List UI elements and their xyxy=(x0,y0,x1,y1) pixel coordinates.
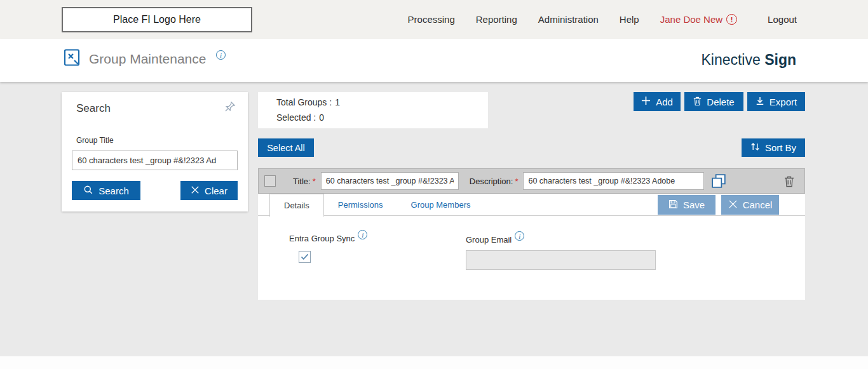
footer-strip xyxy=(0,356,868,369)
plus-icon xyxy=(641,96,651,107)
add-button[interactable]: Add xyxy=(634,92,681,111)
search-icon xyxy=(83,185,93,197)
brand-second: Sign xyxy=(764,51,796,68)
pin-icon[interactable] xyxy=(224,100,236,116)
selected-line: Selected : 0 xyxy=(276,112,324,123)
nav-processing[interactable]: Processing xyxy=(408,14,455,25)
top-nav: Processing Reporting Administration Help… xyxy=(408,0,797,39)
select-all-button-label: Select All xyxy=(267,143,305,153)
trash-icon xyxy=(693,96,702,108)
sort-by-button-label: Sort By xyxy=(765,142,796,153)
nav-help[interactable]: Help xyxy=(620,14,639,25)
cancel-x-icon xyxy=(728,199,738,211)
delete-button[interactable]: Delete xyxy=(684,92,743,111)
page: Place FI Logo Here Processing Reporting … xyxy=(0,0,868,369)
select-all-button[interactable]: Select All xyxy=(258,138,314,157)
search-button[interactable]: Search xyxy=(72,181,140,200)
search-panel-title: Search xyxy=(76,102,111,115)
tab-details[interactable]: Details xyxy=(269,194,324,217)
page-title: Group Maintenance xyxy=(89,51,206,67)
search-button-label: Search xyxy=(98,185,129,196)
cancel-button-label: Cancel xyxy=(743,199,773,210)
total-groups-line: Total Groups : 1 xyxy=(276,97,340,107)
check-icon xyxy=(301,252,309,263)
group-title-label: Group Title xyxy=(76,136,114,145)
summary-card: Total Groups : 1 Selected : 0 xyxy=(258,92,488,128)
search-panel: Search Group Title Search Clear xyxy=(62,92,248,211)
brand-logo: Kinective Sign xyxy=(701,51,796,69)
nav-administration[interactable]: Administration xyxy=(538,14,599,25)
total-groups-value: 1 xyxy=(335,97,340,107)
nav-logout[interactable]: Logout xyxy=(768,14,797,25)
title-input[interactable] xyxy=(321,172,459,190)
group-edit-card: Title:* Description:* Details Permission… xyxy=(258,168,805,300)
group-row: Title:* Description:* xyxy=(258,168,805,194)
save-button-label: Save xyxy=(683,199,705,210)
copy-icon[interactable] xyxy=(711,173,726,189)
selected-value: 0 xyxy=(319,112,324,123)
group-email-input xyxy=(466,250,656,270)
selected-label: Selected : xyxy=(276,112,316,123)
tabs: Details Permissions Group Members xyxy=(269,194,484,217)
tab-group-members[interactable]: Group Members xyxy=(397,194,485,216)
download-icon xyxy=(756,97,764,107)
save-button[interactable]: Save xyxy=(658,195,715,215)
user-name: Jane Doe New xyxy=(660,14,722,25)
group-title-search-input[interactable] xyxy=(72,151,238,170)
title-field-label: Title:* xyxy=(293,177,316,186)
group-email-info-icon[interactable]: i xyxy=(515,231,524,241)
export-button[interactable]: Export xyxy=(747,92,805,111)
description-input[interactable] xyxy=(523,172,704,190)
clear-button[interactable]: Clear xyxy=(180,181,238,200)
nav-user-menu[interactable]: Jane Doe New ! xyxy=(660,14,737,25)
total-groups-label: Total Groups : xyxy=(276,97,332,107)
page-title-info-icon[interactable]: i xyxy=(216,50,226,60)
nav-reporting[interactable]: Reporting xyxy=(476,14,517,25)
title-required-mark: * xyxy=(313,177,316,186)
entra-info-icon[interactable]: i xyxy=(358,230,367,239)
description-required-mark: * xyxy=(515,177,518,186)
clear-x-icon xyxy=(191,185,200,196)
row-checkbox[interactable] xyxy=(264,175,276,187)
description-field-label: Description:* xyxy=(470,177,519,186)
fi-logo-placeholder: Place FI Logo Here xyxy=(62,7,252,32)
top-navigation-bar: Place FI Logo Here Processing Reporting … xyxy=(0,0,868,39)
cancel-button[interactable]: Cancel xyxy=(721,195,779,215)
row-trash-icon[interactable] xyxy=(784,175,794,187)
save-icon xyxy=(668,199,678,211)
delete-button-label: Delete xyxy=(707,97,734,107)
alert-icon: ! xyxy=(726,14,737,25)
clear-button-label: Clear xyxy=(205,185,227,196)
add-button-label: Add xyxy=(656,97,673,107)
page-header: Group Maintenance i Kinective Sign xyxy=(0,39,868,82)
entra-group-sync-label: Entra Group Sync i xyxy=(289,234,367,243)
export-button-label: Export xyxy=(770,97,797,107)
fi-logo-text: Place FI Logo Here xyxy=(113,14,201,25)
entra-group-sync-checkbox[interactable] xyxy=(299,251,311,263)
group-email-label: Group Email i xyxy=(466,235,524,245)
tab-permissions[interactable]: Permissions xyxy=(324,194,397,216)
sort-by-button[interactable]: Sort By xyxy=(742,138,805,157)
brand-first: Kinective xyxy=(701,51,760,68)
group-maintenance-icon xyxy=(64,48,81,69)
tabs-bar: Details Permissions Group Members Save C… xyxy=(258,194,805,216)
sort-icon xyxy=(750,142,760,153)
